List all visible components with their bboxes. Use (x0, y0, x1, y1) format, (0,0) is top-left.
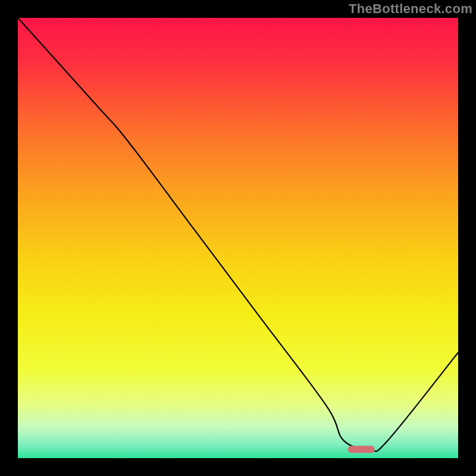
gradient-background (18, 18, 458, 458)
plot-svg (18, 18, 458, 458)
optimal-range-marker (348, 446, 374, 453)
watermark-text: TheBottleneck.com (349, 1, 472, 17)
chart-container: TheBottleneck.com (0, 0, 476, 476)
plot-area (18, 18, 458, 458)
